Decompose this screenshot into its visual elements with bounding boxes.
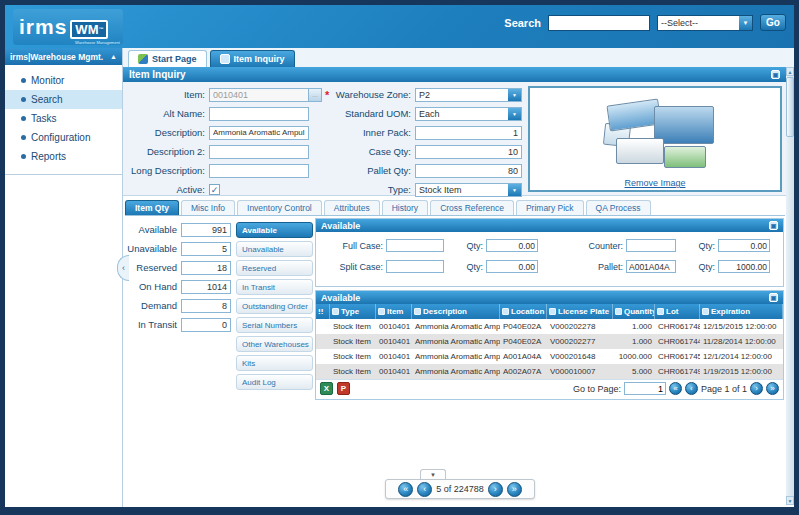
active-checkbox[interactable]: ✓ (209, 184, 220, 195)
on-hand-value[interactable] (181, 280, 231, 294)
col-quantity[interactable]: Quantity (613, 304, 655, 319)
type-select[interactable]: Stock Item ▼ (415, 183, 522, 197)
first-record-button[interactable]: « (398, 482, 413, 497)
subnav-kits[interactable]: Kits (236, 355, 313, 371)
table-row[interactable]: Stock Item 0010401 Ammonia Aromatic Ampu… (316, 349, 783, 364)
go-to-page-input[interactable] (624, 382, 666, 395)
alt-name-input[interactable] (209, 107, 309, 121)
first-page-button[interactable]: « (669, 382, 682, 395)
remove-image-link[interactable]: Remove Image (624, 178, 685, 188)
description2-input[interactable] (209, 145, 309, 159)
pdf-export-icon[interactable]: P (337, 382, 350, 395)
col-description[interactable]: Description (412, 304, 500, 319)
sidebar-item-reports[interactable]: Reports (5, 147, 122, 166)
description-input[interactable] (209, 126, 309, 140)
split-case-input[interactable] (386, 260, 444, 273)
tab-item-inquiry[interactable]: Item Inquiry (210, 50, 295, 67)
pallet-qty-input[interactable] (415, 164, 522, 178)
counter-input[interactable] (626, 239, 676, 252)
subnav-unavailable[interactable]: Unavailable (236, 241, 313, 257)
counter-qty-input[interactable] (718, 239, 770, 252)
collapse-up-icon[interactable]: ▲ (110, 53, 117, 60)
prev-page-button[interactable]: ‹ (685, 382, 698, 395)
col-location[interactable]: Location (500, 304, 547, 319)
col-type[interactable]: Type (330, 304, 376, 319)
on-hand-label: On Hand (127, 281, 181, 292)
table-row[interactable]: Stock Item 0010401 Ammonia Aromatic Ampu… (316, 334, 783, 349)
sidebar-header[interactable]: irms|Warehouse Mgmt. ▲ (5, 48, 122, 65)
sidebar-menu: Monitor Search Tasks Configuration Repor… (5, 65, 122, 166)
table-row[interactable]: Stock Item 0010401 Ammonia Aromatic Ampu… (316, 319, 783, 334)
prev-record-button[interactable]: ‹ (417, 482, 432, 497)
sidebar-item-tasks[interactable]: Tasks (5, 109, 122, 128)
go-to-page-label: Go to Page: (573, 384, 621, 394)
col-license-plate[interactable]: License Plate (547, 304, 613, 319)
filter-icon (414, 308, 421, 315)
col-item[interactable]: Item (376, 304, 412, 319)
inner-pack-label: Inner Pack: (323, 127, 415, 138)
sidebar-item-configuration[interactable]: Configuration (5, 128, 122, 147)
subnav-audit-log[interactable]: Audit Log (236, 374, 313, 390)
tab-misc-info[interactable]: Misc Info (181, 200, 235, 215)
detail-tab-strip: Item Qty Misc Info Inventory Control Att… (125, 200, 785, 216)
subnav-other-warehouses[interactable]: Other Warehouses (236, 336, 313, 352)
subnav-serial-numbers[interactable]: Serial Numbers (236, 317, 313, 333)
filter-icon (702, 308, 709, 315)
chevron-down-icon: ▼ (739, 16, 752, 30)
qty-label: Qty: (444, 262, 486, 272)
panel-collapse-icon[interactable]: ▣ (771, 70, 780, 79)
next-record-button[interactable]: › (488, 482, 503, 497)
scrollbar-thumb[interactable] (786, 77, 794, 137)
excel-export-icon[interactable]: X (320, 382, 333, 395)
last-page-button[interactable]: » (766, 382, 779, 395)
tab-history[interactable]: History (382, 200, 428, 215)
pallet-qty-input[interactable] (718, 260, 770, 273)
full-case-input[interactable] (386, 239, 444, 252)
vertical-scrollbar[interactable]: ▲ ▼ (786, 67, 794, 505)
demand-value[interactable] (181, 299, 231, 313)
available-value[interactable] (181, 223, 231, 237)
tab-start-page[interactable]: Start Page (128, 50, 207, 67)
item-lookup-button[interactable]: … (309, 88, 322, 102)
available-table-header-bar: Available ▣ (316, 291, 783, 304)
search-category-select[interactable]: --Select-- ▼ (657, 15, 753, 31)
item-input[interactable] (209, 88, 309, 102)
subnav-outstanding-order[interactable]: Outstanding Order (236, 298, 313, 314)
case-qty-input[interactable] (415, 145, 522, 159)
table-row[interactable]: Stock Item 0010401 Ammonia Aromatic Ampu… (316, 364, 783, 379)
chevron-down-icon: ▼ (508, 184, 521, 196)
scroll-up-icon[interactable]: ▲ (786, 67, 794, 76)
last-record-button[interactable]: » (507, 482, 522, 497)
sidebar-item-search[interactable]: Search (5, 90, 122, 109)
unavailable-value[interactable] (181, 242, 231, 256)
tab-primary-pick[interactable]: Primary Pick (516, 200, 584, 215)
pallet-input[interactable] (626, 260, 676, 273)
subnav-available[interactable]: Available (236, 222, 313, 238)
next-page-button[interactable]: › (750, 382, 763, 395)
tab-inventory-control[interactable]: Inventory Control (237, 200, 322, 215)
subnav-reserved[interactable]: Reserved (236, 260, 313, 276)
tab-item-qty[interactable]: Item Qty (125, 200, 179, 215)
tab-attributes[interactable]: Attributes (324, 200, 380, 215)
warehouse-zone-select[interactable]: P2 ▼ (415, 88, 522, 102)
inner-pack-input[interactable] (415, 126, 522, 140)
full-case-qty-input[interactable] (486, 239, 538, 252)
form-left-column: Item: … * Alt Name: Description: Descrip… (125, 87, 329, 197)
go-button[interactable]: Go (760, 14, 786, 31)
split-case-qty-input[interactable] (486, 260, 538, 273)
search-input[interactable] (548, 15, 650, 31)
subnav-in-transit[interactable]: In Transit (236, 279, 313, 295)
standard-uom-select[interactable]: Each ▼ (415, 107, 522, 121)
long-description-input[interactable] (209, 164, 309, 178)
panel-collapse-icon[interactable]: ▣ (769, 293, 778, 302)
tab-qa-process[interactable]: QA Process (586, 200, 651, 215)
in-transit-value[interactable] (181, 318, 231, 332)
item-label: Item: (125, 89, 209, 100)
col-lot[interactable]: Lot (655, 304, 700, 319)
tab-cross-reference[interactable]: Cross Reference (430, 200, 514, 215)
col-expiration[interactable]: Expiration (700, 304, 783, 319)
scroll-down-icon[interactable]: ▼ (786, 496, 794, 505)
panel-collapse-icon[interactable]: ▣ (769, 221, 778, 230)
sidebar-item-monitor[interactable]: Monitor (5, 71, 122, 90)
reserved-value[interactable] (181, 261, 231, 275)
